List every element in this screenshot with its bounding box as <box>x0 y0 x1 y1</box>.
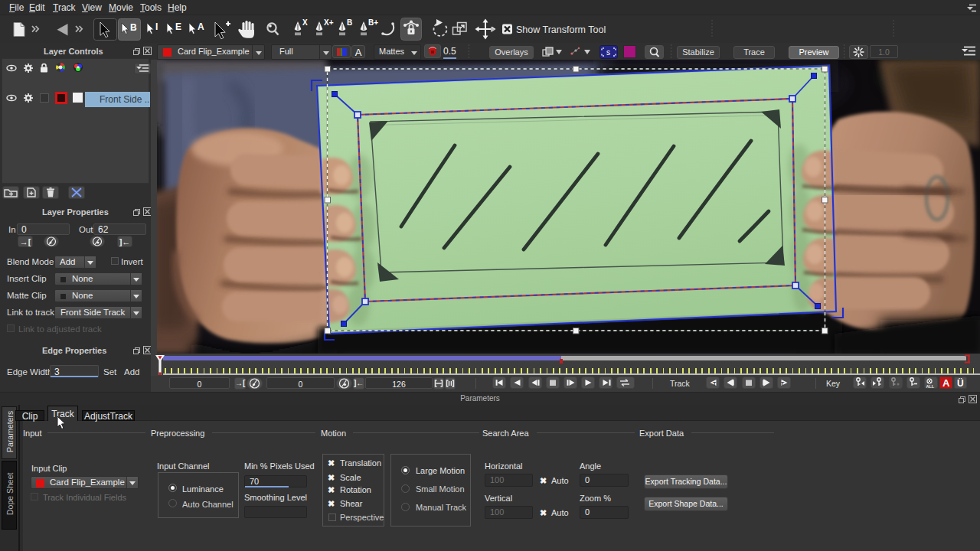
svg-text:I: I <box>155 21 158 32</box>
svg-text:Show Transform Tool: Show Transform Tool <box>516 24 606 35</box>
svg-text:E: E <box>175 21 181 32</box>
svg-text:A: A <box>198 21 204 32</box>
svg-text:Ü: Ü <box>957 377 964 389</box>
svg-text:A: A <box>942 377 950 389</box>
svg-text:s: s <box>606 48 610 57</box>
svg-text:X+: X+ <box>324 18 334 27</box>
svg-text:T: T <box>713 381 717 386</box>
svg-text:B: B <box>130 22 137 33</box>
svg-text:B: B <box>347 18 352 27</box>
svg-text:B+: B+ <box>368 18 378 27</box>
svg-text:ALL: ALL <box>926 384 935 389</box>
svg-text:T: T <box>781 381 785 386</box>
svg-text:X: X <box>302 18 308 27</box>
